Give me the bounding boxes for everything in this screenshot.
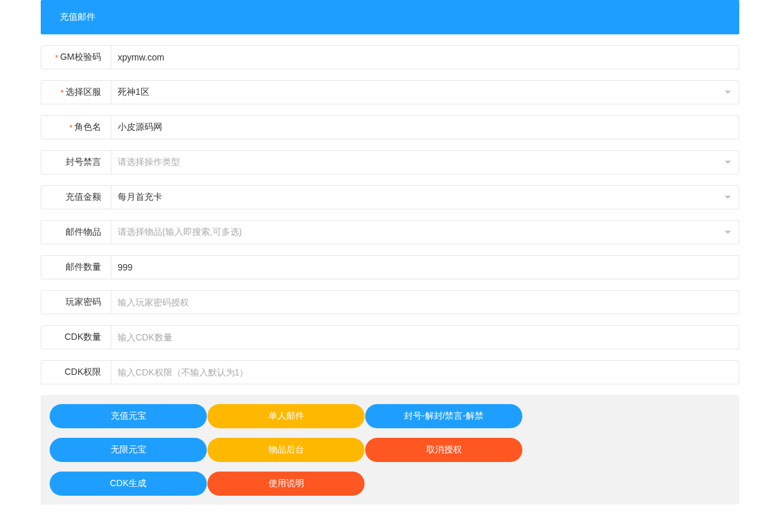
label-amount: 充值金额 (41, 186, 111, 209)
field-mail-items: 邮件物品 请选择物品(输入即搜索,可多选) (41, 220, 739, 244)
select-server[interactable]: 死神1区 (111, 81, 739, 104)
field-mail-quantity: 邮件数量 (41, 255, 739, 279)
input-cdk-permission[interactable] (111, 361, 739, 384)
label-mail-quantity: 邮件数量 (41, 256, 111, 279)
input-character[interactable] (111, 116, 739, 139)
label-cdk-quantity: CDK数量 (41, 326, 111, 349)
input-mail-quantity[interactable] (111, 256, 739, 279)
field-server: * 选择区服 死神1区 (41, 80, 739, 104)
field-player-password: 玩家密码 (41, 290, 739, 314)
required-mark: * (55, 53, 58, 62)
button-row-2: 无限元宝 物品后台 取消授权 (50, 438, 730, 462)
label-cdk-permission: CDK权限 (41, 361, 111, 384)
cancel-auth-button[interactable]: 取消授权 (365, 438, 522, 462)
select-ban[interactable]: 请选择操作类型 (111, 151, 739, 174)
chevron-down-icon (725, 231, 731, 234)
field-character: * 角色名 (41, 115, 739, 139)
chevron-down-icon (725, 91, 731, 94)
button-panel: 充值元宝 单人邮件 封号-解封/禁言-解禁 无限元宝 物品后台 取消授权 CDK… (41, 395, 739, 505)
label-character: * 角色名 (41, 116, 111, 139)
header-banner: 充值邮件 (41, 0, 739, 34)
ban-unban-button[interactable]: 封号-解封/禁言-解禁 (365, 404, 522, 428)
item-backend-button[interactable]: 物品后台 (207, 438, 365, 462)
chevron-down-icon (725, 196, 731, 199)
cdk-generate-button[interactable]: CDK生成 (50, 472, 207, 496)
field-ban: 封号禁言 请选择操作类型 (41, 150, 739, 174)
header-title: 充值邮件 (60, 11, 95, 22)
input-gm-code[interactable] (111, 46, 739, 69)
usage-guide-button[interactable]: 使用说明 (207, 472, 365, 496)
label-server: * 选择区服 (41, 81, 111, 104)
select-amount[interactable]: 每月首充卡 (111, 186, 739, 209)
label-gm-code: * GM校验码 (41, 46, 111, 69)
button-row-1: 充值元宝 单人邮件 封号-解封/禁言-解禁 (50, 404, 730, 428)
field-gm-code: * GM校验码 (41, 45, 739, 69)
required-mark: * (60, 88, 64, 97)
field-cdk-quantity: CDK数量 (41, 325, 739, 349)
single-mail-button[interactable]: 单人邮件 (207, 404, 365, 428)
input-cdk-quantity[interactable] (111, 326, 739, 349)
label-ban: 封号禁言 (41, 151, 111, 174)
required-mark: * (69, 123, 73, 132)
button-row-3: CDK生成 使用说明 (50, 472, 730, 496)
unlimited-yuanbao-button[interactable]: 无限元宝 (50, 438, 207, 462)
chevron-down-icon (725, 161, 731, 164)
label-player-password: 玩家密码 (41, 291, 111, 314)
field-cdk-permission: CDK权限 (41, 360, 739, 384)
select-mail-items[interactable]: 请选择物品(输入即搜索,可多选) (111, 221, 739, 244)
label-mail-items: 邮件物品 (41, 221, 111, 244)
recharge-yuanbao-button[interactable]: 充值元宝 (50, 404, 207, 428)
input-player-password[interactable] (111, 291, 739, 314)
field-amount: 充值金额 每月首充卡 (41, 185, 739, 209)
